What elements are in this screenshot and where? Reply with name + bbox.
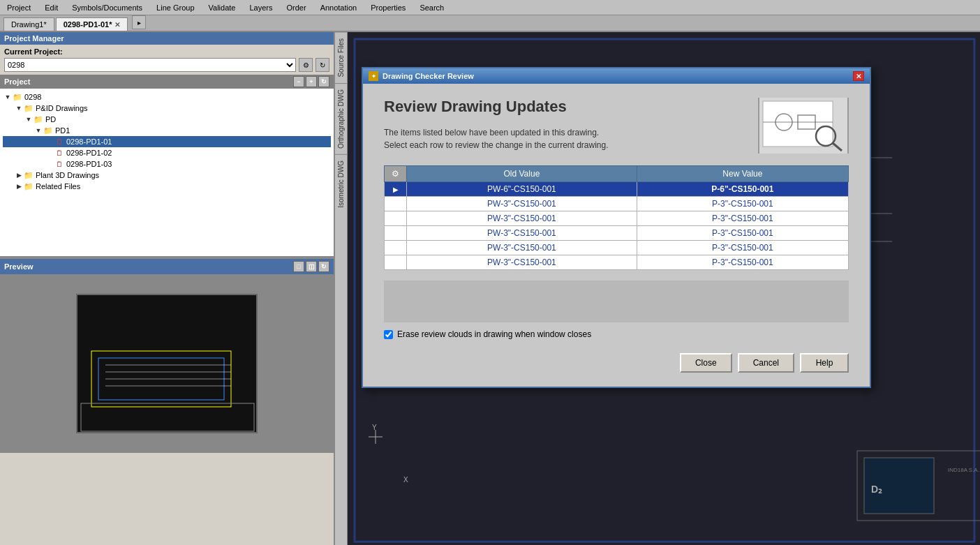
tree-expand-pd1[interactable]: ▼ [34,126,43,135]
folder-icon-pid: 📁 [24,103,34,113]
project-settings-btn[interactable]: ⚙ [299,58,313,72]
modal-overlay: ✦ Drawing Checker Review ✕ Review Drawin… [348,32,980,545]
menu-linegroup[interactable]: Line Group [149,2,201,13]
row-indicator [385,211,407,226]
table-row[interactable]: ▶PW-6"-CS150-001P-6"-CS150-001 [385,182,849,197]
side-tab-iso[interactable]: Isometric DWG [335,154,347,214]
modal-heading: Review Drawing Updates [384,98,609,116]
tree-item-root[interactable]: ▼ 📁 0298 [3,91,331,103]
tree-expand-related[interactable]: ▶ [14,181,24,191]
table-row[interactable]: PW-3"-CS150-001P-3"-CS150-001 [385,211,849,226]
tree-label-pd101: 0298-PD1-01 [66,137,112,146]
close-button[interactable]: Close [680,353,732,373]
tree-item-pd102[interactable]: 🗒 0298-PD1-02 [3,147,331,158]
tree-item-pid[interactable]: ▼ 📁 P&ID Drawings [3,103,331,114]
menu-edit[interactable]: Edit [38,2,65,13]
erase-clouds-label: Erase review clouds in drawing when wind… [397,329,591,339]
tab-drawing1[interactable]: Drawing1* [3,17,54,31]
modal-title-icon: ✦ [369,71,378,81]
row-old-value: PW-6"-CS150-001 [407,182,637,197]
row-new-value: P-3"-CS150-001 [637,197,848,211]
tree-item-pd101[interactable]: 🗒 0298-PD1-01 [3,136,331,147]
tab-pd101[interactable]: 0298-PD1-01* ✕ [56,17,128,31]
modal-title-text: Drawing Checker Review [383,72,474,80]
row-new-value: P-6"-CS150-001 [637,182,848,197]
tab-pd101-close[interactable]: ✕ [114,21,120,29]
table-row[interactable]: PW-3"-CS150-001P-3"-CS150-001 [385,226,849,241]
tree-label-plant3d: Plant 3D Drawings [36,171,99,179]
project-refresh-btn[interactable]: ↻ [315,58,329,72]
row-old-value: PW-3"-CS150-001 [407,197,637,211]
svg-rect-0 [77,295,258,433]
row-old-value: PW-3"-CS150-001 [407,211,637,226]
folder-icon-related: 📁 [24,181,34,191]
preview-header: Preview □ ◫ ↻ [0,259,334,274]
side-tabs: Source Files Orthographic DWG Isometric … [335,32,348,545]
table-header-new-value: New Value [637,166,848,182]
tree-label-related: Related Files [36,182,80,191]
tree-item-pd1[interactable]: ▼ 📁 PD1 [3,125,331,136]
side-tab-source[interactable]: Source Files [335,32,347,83]
tree-expand-pid[interactable]: ▼ [14,103,24,113]
project-manager-header: Project Manager [0,32,334,45]
tree-expand-plant3d[interactable]: ▶ [14,170,24,180]
preview-title: Preview [4,262,34,271]
tree-refresh-btn[interactable]: ↻ [318,76,329,87]
tree-item-pd[interactable]: ▼ 📁 PD [3,114,331,125]
menu-project[interactable]: Project [0,2,38,13]
tree-collapse-btn[interactable]: − [293,76,304,87]
current-project-section: Current Project: 0298 ⚙ ↻ [0,45,334,75]
table-header-old-value: Old Value [407,166,637,182]
tree-expand-root[interactable]: ▼ [3,92,13,102]
help-button[interactable]: Help [800,353,849,373]
tree-label-pd103: 0298-PD1-03 [66,160,112,168]
preview-btn2[interactable]: ◫ [306,261,317,272]
left-panel: Project Manager Current Project: 0298 ⚙ … [0,32,335,545]
menu-order[interactable]: Order [280,2,313,13]
tree-item-related[interactable]: ▶ 📁 Related Files [3,181,331,192]
table-row[interactable]: PW-3"-CS150-001P-3"-CS150-001 [385,241,849,255]
menu-properties[interactable]: Properties [364,2,413,13]
project-dropdown[interactable]: 0298 [4,58,296,72]
preview-content [0,274,334,453]
row-old-value: PW-3"-CS150-001 [407,255,637,270]
project-manager-title: Project Manager [4,34,64,43]
table-row[interactable]: PW-3"-CS150-001P-3"-CS150-001 [385,255,849,270]
side-tab-ortho[interactable]: Orthographic DWG [335,83,347,154]
preview-btn1[interactable]: □ [293,261,304,272]
folder-icon-pd: 📁 [34,114,43,124]
tree-expand-pd[interactable]: ▼ [24,114,34,124]
erase-clouds-checkbox[interactable] [384,330,393,339]
modal-close-icon[interactable]: ✕ [853,71,864,81]
menu-annotation[interactable]: Annotation [313,2,364,13]
modal-window: ✦ Drawing Checker Review ✕ Review Drawin… [362,67,871,388]
row-new-value: P-3"-CS150-001 [637,255,848,270]
cancel-button[interactable]: Cancel [738,353,794,373]
project-manager: Project Manager Current Project: 0298 ⚙ … [0,32,334,257]
tree-label-pd102: 0298-PD1-02 [66,149,112,157]
table-row[interactable]: PW-3"-CS150-001P-3"-CS150-001 [385,197,849,211]
row-indicator [385,226,407,241]
review-table: ⚙ Old Value New Value ▶PW-6"-CS150-001P-… [384,165,849,270]
tab-bar: Drawing1* 0298-PD1-01* ✕ ▸ [0,15,980,32]
current-project-label: Current Project: [4,47,329,56]
tree-expand-pd102 [45,148,54,158]
tree-item-pd103[interactable]: 🗒 0298-PD1-03 [3,158,331,170]
tree-label-root: 0298 [24,93,41,101]
menu-layers[interactable]: Layers [242,2,279,13]
row-new-value: P-3"-CS150-001 [637,211,848,226]
modal-image [758,98,849,154]
tab-nav-button[interactable]: ▸ [132,15,146,29]
tree-label-pd1: PD1 [55,126,70,135]
tree-item-plant3d[interactable]: ▶ 📁 Plant 3D Drawings [3,170,331,181]
tab-drawing1-label: Drawing1* [11,20,47,29]
top-menu-bar: Project Edit Symbols/Documents Line Grou… [0,0,980,15]
menu-search[interactable]: Search [413,2,451,13]
menu-symbols[interactable]: Symbols/Documents [65,2,149,13]
tree-expand-btn[interactable]: + [306,76,317,87]
main-layout: Project Manager Current Project: 0298 ⚙ … [0,32,980,545]
project-tree-header: Project − + ↻ [0,75,334,89]
table-settings-icon[interactable]: ⚙ [385,166,407,182]
preview-btn3[interactable]: ↻ [318,261,329,272]
menu-validate[interactable]: Validate [202,2,243,13]
